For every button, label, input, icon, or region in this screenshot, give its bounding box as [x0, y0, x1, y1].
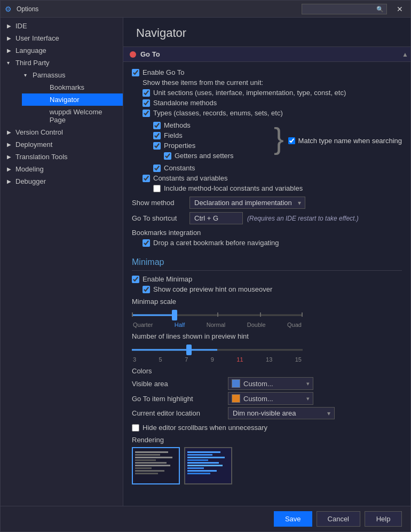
window-title: Options [17, 5, 302, 13]
visible-area-row: Visible area Custom... ▾ [132, 377, 402, 390]
sidebar-item-label: Translation Tools [15, 153, 68, 161]
goto-highlight-dropdown[interactable]: Custom... ▾ [228, 392, 313, 405]
constants-checkbox[interactable] [153, 165, 161, 172]
preview-line [187, 454, 212, 456]
sidebar-item-deployment[interactable]: ▶ Deployment [1, 138, 123, 151]
sidebar-item-label: Third Party [15, 59, 50, 67]
save-button[interactable]: Save [274, 511, 312, 527]
search-icon: 🔍 [376, 5, 384, 12]
num-lines-section: Number of lines shown in preview hint 3 … [132, 332, 402, 363]
chevron-right-icon: ▶ [7, 48, 13, 53]
preview-line [187, 462, 219, 464]
cancel-button[interactable]: Cancel [317, 511, 360, 527]
fields-checkbox[interactable] [153, 132, 161, 139]
fields-row: Fields [153, 131, 270, 139]
minimap-scale-label: Minimap scale [132, 298, 402, 306]
close-button[interactable]: ✕ [393, 4, 406, 14]
num-lines-label: Number of lines shown in preview hint [132, 332, 402, 340]
drop-caret-checkbox[interactable] [143, 239, 150, 247]
goto-highlight-row: Go To item highlight Custom... ▾ [132, 392, 402, 405]
num-lines-slider-track [132, 343, 303, 356]
goto-shortcut-input[interactable] [189, 212, 243, 224]
main-panel: Navigator Go To ▲ Enable Go To Show thes… [123, 18, 410, 506]
properties-label: Properties [164, 142, 195, 150]
visible-area-swatch [232, 379, 240, 388]
getters-setters-checkbox[interactable] [164, 152, 171, 160]
help-button[interactable]: Help [365, 511, 402, 527]
sidebar-item-language[interactable]: ▶ Language [1, 44, 123, 57]
hide-scrollbars-checkbox[interactable] [132, 424, 139, 432]
rendering-preview-2[interactable] [184, 447, 232, 484]
match-type-checkbox[interactable] [288, 137, 295, 144]
rendering-previews [132, 447, 402, 484]
tick-normal [217, 312, 218, 317]
search-input[interactable] [302, 4, 387, 14]
constants-variables-row: Constants and variables [143, 174, 402, 182]
chevron-down-icon: ▾ [7, 60, 13, 66]
hide-scrollbars-row: Hide editor scrollbars when unnecessary [132, 424, 402, 432]
types-checkbox[interactable] [143, 109, 150, 117]
visible-area-label: Visible area [132, 380, 228, 388]
editor-location-dropdown[interactable]: Dim non-visible area [228, 407, 335, 419]
chevron-right-icon: ▶ [7, 142, 13, 147]
include-method-local-checkbox[interactable] [153, 185, 161, 192]
show-method-dropdown-wrap: Declaration and implementation [189, 197, 305, 209]
footer: Save Cancel Help [1, 506, 410, 531]
scroll-up-button[interactable]: ▲ [402, 51, 408, 58]
unit-sections-checkbox[interactable] [143, 89, 150, 97]
sidebar-item-debugger[interactable]: ▶ Debugger [1, 175, 123, 187]
show-preview-checkbox[interactable] [143, 286, 150, 293]
show-method-dropdown[interactable]: Declaration and implementation [189, 197, 305, 209]
constants-variables-checkbox[interactable] [143, 175, 150, 182]
preview-line [135, 473, 158, 474]
scale-slider-track [132, 309, 303, 322]
chevron-down-icon: ▾ [24, 72, 30, 78]
scale-track-filled [132, 315, 175, 316]
scale-tick-double: Double [247, 322, 266, 328]
show-preview-label: Show code preview hint on mouseover [153, 285, 272, 293]
preview-line [187, 451, 220, 453]
sidebar-item-user-interface[interactable]: ▶ User Interface [1, 32, 123, 44]
chevron-right-icon: ▶ [7, 35, 13, 41]
sidebar-item-label: User Interface [15, 34, 59, 42]
drop-caret-row: Drop a caret bookmark before navigating [143, 239, 402, 247]
num-tick-13: 13 [266, 356, 272, 363]
match-type-row: Match type name when searching [288, 137, 402, 145]
types-label: Types (classes, records, enums, sets, et… [153, 109, 283, 117]
sidebar-item-third-party[interactable]: ▾ Third Party [1, 57, 123, 69]
sidebar-item-version-control[interactable]: ▶ Version Control [1, 126, 123, 138]
methods-checkbox[interactable] [153, 122, 161, 129]
num-tick-5: 5 [159, 356, 162, 363]
enable-goto-checkbox[interactable] [132, 69, 139, 76]
num-lines-slider-thumb[interactable] [186, 345, 192, 355]
num-tick-9: 9 [211, 356, 214, 363]
scale-tick-quarter: Quarter [133, 322, 153, 328]
visible-area-dropdown[interactable]: Custom... ▾ [228, 377, 313, 390]
preview-line [135, 454, 160, 456]
sidebar-item-wuppdi[interactable]: ▶ wuppdi Welcome Page [22, 106, 123, 126]
enable-minimap-checkbox[interactable] [132, 276, 139, 283]
preview-line [135, 467, 152, 469]
sidebar-item-parnassus[interactable]: ▾ Parnassus [11, 69, 123, 81]
chevron-right-icon: ▶ [7, 23, 13, 29]
sidebar-item-ide[interactable]: ▶ IDE [1, 20, 123, 32]
editor-location-dropdown-wrap: Dim non-visible area [228, 407, 335, 419]
standalone-methods-checkbox[interactable] [143, 99, 150, 107]
sidebar-item-translation-tools[interactable]: ▶ Translation Tools [1, 151, 123, 163]
rendering-preview-1[interactable] [132, 447, 180, 484]
sidebar-item-modeling[interactable]: ▶ Modeling [1, 163, 123, 175]
colors-label: Colors [132, 367, 402, 375]
standalone-methods-label: Standalone methods [153, 99, 217, 107]
sidebar-item-label: wuppdi Welcome Page [50, 108, 118, 124]
app-icon: ⚙ [5, 5, 13, 13]
fields-label: Fields [164, 131, 183, 139]
show-method-row: Show method Declaration and implementati… [132, 197, 402, 209]
properties-checkbox[interactable] [153, 142, 161, 150]
sidebar-item-bookmarks[interactable]: ▶ Bookmarks [22, 81, 123, 93]
preview-line [187, 459, 208, 461]
sidebar-item-label: Version Control [15, 128, 63, 136]
preview-lines-1 [133, 448, 179, 478]
scale-slider-wrap: Quarter Half Normal Double Quad [132, 309, 402, 328]
sidebar-item-navigator[interactable]: ▶ Navigator [22, 93, 123, 106]
chevron-right-icon: ▶ [7, 178, 13, 184]
